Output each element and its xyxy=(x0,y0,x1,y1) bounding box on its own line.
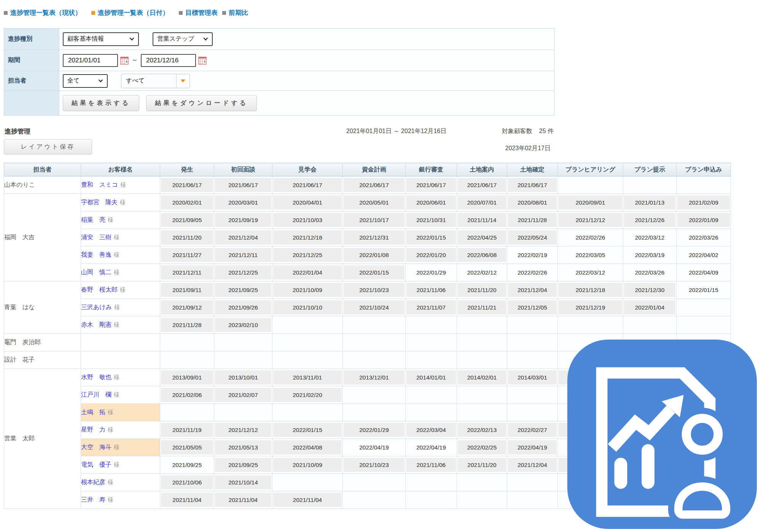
nav-link-0[interactable]: 進捗管理一覧表（現状） xyxy=(4,8,81,17)
date-cell-発生: 2021/06/17 xyxy=(160,176,214,194)
date-cell-資金計画 xyxy=(343,351,406,369)
date-cell-見学会: 2022/01/15 xyxy=(272,421,343,439)
staff-combo-value[interactable]: すべて xyxy=(121,74,176,88)
nav-link-3[interactable]: 前期比 xyxy=(222,8,248,17)
date-cell-土地確定: 2022/02/26 xyxy=(507,264,558,281)
date-cell-資金計画: 2013/12/01 xyxy=(343,369,406,386)
column-header-9: プランヒアリング xyxy=(558,163,623,176)
date-cell-発生: 2021/11/19 xyxy=(160,421,214,439)
customer-name-link[interactable]: 浦安 三樹 xyxy=(81,234,111,240)
column-header-0: 担当者 xyxy=(4,163,81,176)
staff-cell-2: 青葉 はな xyxy=(4,281,81,334)
date-cell-資金計画 xyxy=(343,334,406,351)
nav-link-1[interactable]: 進捗管理一覧表（日付） xyxy=(91,8,169,17)
filter-row-actions: 結果を表示する 結果をダウンロードする xyxy=(4,91,554,116)
save-layout-button[interactable]: レイアウト保存 xyxy=(4,139,92,154)
date-cell-見学会: 2021/12/18 xyxy=(272,229,343,246)
table-row: 山岡 慎二様2021/12/112021/12/252022/01/042022… xyxy=(4,264,731,281)
nav-link-label: 進捗管理一覧表（現状） xyxy=(10,8,81,17)
date-cell-プランヒアリング: 2022/03/12 xyxy=(558,264,623,281)
date-cell-発生: 2021/11/28 xyxy=(160,316,214,334)
customer-name-link[interactable]: 我妻 善逸 xyxy=(81,251,111,258)
date-cell-見学会: 2021/10/10 xyxy=(272,299,343,316)
date-cell-プラン申込み: 2022/01/09 xyxy=(677,211,731,229)
date-cell-発生: 2021/11/20 xyxy=(160,229,214,246)
customer-name-suffix: 様 xyxy=(108,479,113,485)
date-cell-銀行審査: 2022/01/20 xyxy=(406,246,457,264)
date-cell-土地確定: 2021/06/17 xyxy=(507,176,558,194)
customer-name-link[interactable]: 山岡 慎二 xyxy=(81,269,111,275)
summary-strip: 進捗管理 2021年01月01日 ～ 2021年12月16日 対象顧客数25 件… xyxy=(4,125,554,160)
date-cell-初回面談: 2021/05/13 xyxy=(214,439,272,456)
square-bullet-icon xyxy=(179,11,183,15)
period-to-input[interactable]: 2021/12/16 xyxy=(141,54,196,67)
period-separator: ～ xyxy=(132,56,138,64)
customer-cell: 電気 優子様 xyxy=(81,456,160,474)
date-cell-初回面談 xyxy=(214,404,272,421)
date-cell-土地案内 xyxy=(457,491,507,509)
customer-name-suffix: 様 xyxy=(108,216,113,223)
date-cell-プラン提示: 2021/01/13 xyxy=(623,194,677,211)
date-cell-初回面談: 2021/09/25 xyxy=(214,281,272,299)
customer-name-link[interactable]: 根本紀彦 xyxy=(81,479,105,485)
date-cell-初回面談: 2021/02/07 xyxy=(214,386,272,404)
date-cell-見学会 xyxy=(272,474,343,491)
customer-name-link[interactable]: 稲葉 亮 xyxy=(81,216,105,223)
date-cell-プラン提示: 2021/12/30 xyxy=(623,281,677,299)
date-cell-見学会: 2013/11/01 xyxy=(272,369,343,386)
date-cell-プランヒアリング: 2020/09/01 xyxy=(558,194,623,211)
date-cell-プラン申込み xyxy=(677,316,731,334)
date-cell-見学会 xyxy=(272,316,343,334)
date-cell-土地案内 xyxy=(457,316,507,334)
date-cell-プラン提示: 2022/03/12 xyxy=(623,229,677,246)
calendar-icon[interactable] xyxy=(120,56,129,65)
staff-cell-5: 営業 太郎 xyxy=(4,369,81,509)
customer-name-link[interactable]: 江戸川 欄 xyxy=(81,391,111,398)
customer-name-link[interactable]: 電気 優子 xyxy=(81,461,111,468)
date-cell-銀行審査: 2020/06/01 xyxy=(406,194,457,211)
top-navigation: 進捗管理一覧表（現状）進捗管理一覧表（日付）目標管理表前期比 xyxy=(4,8,253,17)
date-cell-資金計画 xyxy=(343,474,406,491)
date-cell-発生: 2021/09/11 xyxy=(160,281,214,299)
date-cell-資金計画: 2021/10/23 xyxy=(343,456,406,474)
date-cell-土地確定: 2021/12/05 xyxy=(507,299,558,316)
show-results-button[interactable]: 結果を表示する xyxy=(63,95,139,111)
download-results-button[interactable]: 結果をダウンロードする xyxy=(146,95,257,111)
date-cell-銀行審査: 2021/06/17 xyxy=(406,176,457,194)
staff-combo-dropdown-button[interactable] xyxy=(176,74,189,88)
customer-name-link[interactable]: 水野 敬也 xyxy=(81,374,111,380)
date-cell-土地案内 xyxy=(457,386,507,404)
date-cell-見学会: 2021/12/25 xyxy=(272,246,343,264)
date-cell-資金計画 xyxy=(343,316,406,334)
date-cell-資金計画: 2021/10/23 xyxy=(343,281,406,299)
customer-name-link[interactable]: 赤木 剛憲 xyxy=(81,321,111,328)
date-cell-見学会: 2021/10/09 xyxy=(272,281,343,299)
customer-name-link[interactable]: 星野 力 xyxy=(81,426,105,433)
staff-scope-select[interactable]: 全て xyxy=(63,74,108,88)
customer-name-link[interactable]: 豊和 スミコ xyxy=(81,181,118,188)
customer-name-link[interactable]: 三井 寿 xyxy=(81,496,105,503)
customer-name-link[interactable]: 春野 桜太郎 xyxy=(81,286,118,293)
date-cell-土地案内: 2021/11/20 xyxy=(457,281,507,299)
chevron-down-icon xyxy=(129,37,134,41)
customer-name-suffix: 様 xyxy=(114,321,119,328)
customer-name-link[interactable]: 土鳴 拓 xyxy=(81,409,105,415)
sales-step-select[interactable]: 営業ステップ xyxy=(153,32,213,46)
customer-name-link[interactable]: 宇都宮 隆夫 xyxy=(81,199,118,205)
date-cell-土地確定 xyxy=(507,474,558,491)
filter-controls-staff: 全て すべて xyxy=(59,71,554,91)
nav-link-2[interactable]: 目標管理表 xyxy=(179,8,218,17)
date-cell-土地案内 xyxy=(457,334,507,351)
date-cell-銀行審査: 2021/11/06 xyxy=(406,456,457,474)
customer-name-suffix: 様 xyxy=(114,234,119,240)
period-from-input[interactable]: 2021/01/01 xyxy=(63,54,118,67)
square-bullet-icon xyxy=(222,11,226,15)
progress-type-select[interactable]: 顧客基本情報 xyxy=(63,32,139,46)
customer-name-link[interactable]: 三沢あけみ xyxy=(81,304,112,310)
nav-link-label: 目標管理表 xyxy=(185,8,218,17)
staff-combo: すべて xyxy=(121,74,190,88)
calendar-icon[interactable] xyxy=(198,56,207,65)
date-cell-銀行審査: 2022/01/29 xyxy=(406,264,457,281)
customer-name-link[interactable]: 大空 海斗 xyxy=(81,444,111,450)
table-header-row: 担当者お客様名発生初回面談見学会資金計画銀行審査土地案内土地確定プランヒアリング… xyxy=(4,163,731,176)
